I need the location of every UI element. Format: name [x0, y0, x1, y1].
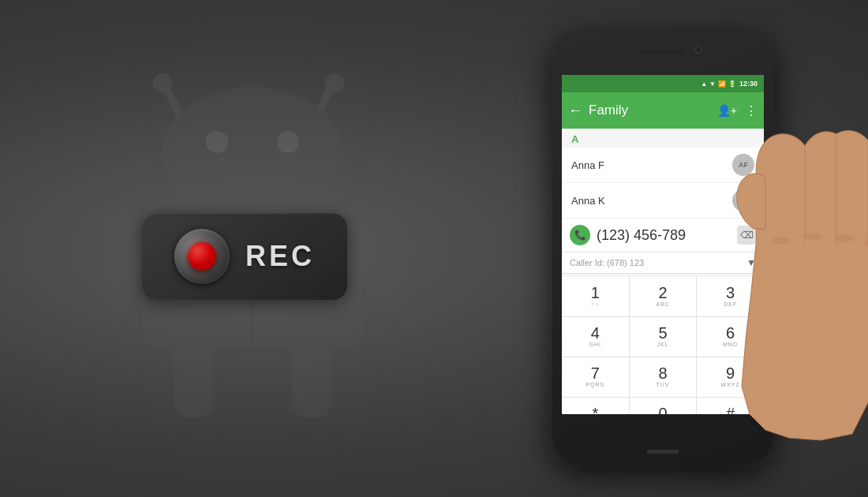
- phone-home-button[interactable]: [647, 450, 679, 454]
- svg-point-5: [206, 131, 228, 153]
- dial-key-2[interactable]: 2 ABC: [630, 277, 697, 316]
- svg-rect-8: [103, 209, 136, 312]
- svg-point-16: [772, 237, 791, 245]
- svg-point-1: [153, 73, 172, 92]
- phone-container: ▲ ▼ 📶 🔋 12:30 ← Family 👤+ ⋮ A: [513, 24, 844, 481]
- dial-key-1[interactable]: 1 ○○: [562, 277, 629, 316]
- dial-key-star[interactable]: *: [562, 398, 629, 414]
- phone-speaker: [642, 49, 685, 54]
- svg-rect-9: [369, 209, 402, 312]
- contact-name-anna-f: Anna F: [571, 159, 604, 171]
- dial-key-4[interactable]: 4 GHI: [562, 317, 629, 357]
- dial-key-8[interactable]: 8 TUV: [630, 357, 697, 397]
- svg-point-6: [277, 131, 299, 153]
- rec-knob: [174, 229, 230, 284]
- svg-point-3: [325, 73, 344, 92]
- status-time: 12:30: [739, 80, 758, 88]
- status-icons: ▲ ▼ 📶 🔋: [701, 80, 736, 88]
- phone-camera: [694, 46, 702, 54]
- status-bar: ▲ ▼ 📶 🔋 12:30: [562, 75, 764, 92]
- svg-rect-10: [174, 339, 213, 418]
- svg-point-18: [835, 234, 854, 242]
- svg-point-4: [162, 87, 343, 221]
- back-button[interactable]: ←: [568, 103, 582, 119]
- dial-key-7[interactable]: 7 PQRS: [562, 357, 629, 397]
- dial-key-5[interactable]: 5 JKL: [630, 317, 697, 357]
- contact-name-anna-k: Anna K: [571, 195, 605, 207]
- rec-label: REC: [245, 240, 315, 273]
- top-bar-title: Family: [589, 103, 711, 118]
- dial-key-0[interactable]: 0 +: [630, 398, 697, 414]
- rec-knob-inner: [188, 242, 216, 271]
- svg-point-17: [803, 233, 822, 241]
- hand-image: [694, 103, 868, 442]
- call-icon[interactable]: 📞: [570, 225, 590, 245]
- rec-button-container[interactable]: REC: [142, 213, 347, 300]
- svg-rect-11: [292, 339, 331, 418]
